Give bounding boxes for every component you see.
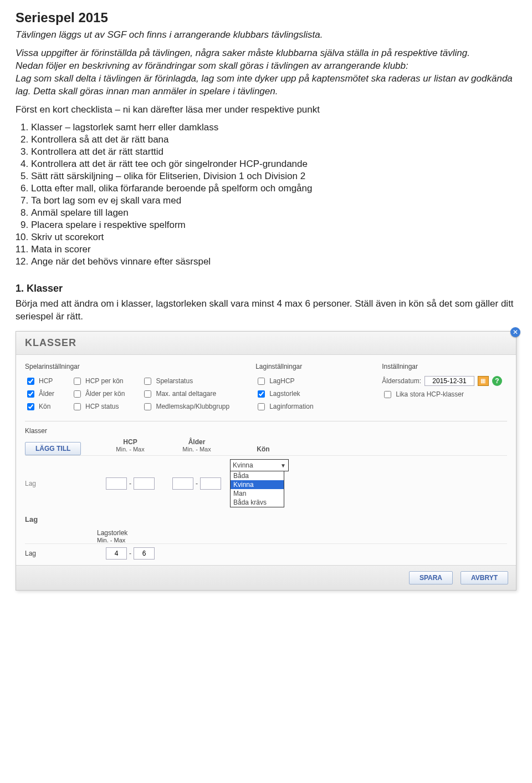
cb-kon[interactable]: Kön [25,401,58,412]
kon-option-bada-kravs[interactable]: Båda krävs [231,498,284,507]
checklist-item: Placera spelare i respektive spelform [31,220,516,231]
cb-laginfo-label: Laginformation [269,403,313,410]
cancel-button[interactable]: AVBRYT [461,571,508,584]
cb-hcp-per-kon-label: HCP per kön [85,377,123,385]
kon-select[interactable]: Kvinna ▼ [230,459,289,471]
lag-title: Laginställningar [255,363,360,370]
cb-hcp-per-kon[interactable]: HCP per kön [71,376,129,387]
size-row: Lag - [25,543,507,563]
section-1-body: Börja med att ändra om i klasser, lagsto… [16,298,516,323]
kon-option-man[interactable]: Man [231,489,284,498]
intro-p2a: Vissa uppgifter är förinställda på tävli… [16,48,470,58]
chevron-down-icon: ▼ [280,462,286,469]
checklist-item: Lotta efter mall, olika förfarande beroe… [31,183,516,194]
checklist-item: Mata in scorer [31,244,516,255]
hdr-kon: Kön [230,445,296,455]
dialog-title: KLASSER [16,332,516,355]
kon-option-kvinna[interactable]: Kvinna [231,480,284,489]
checklist-item: Skriv ut scorekort [31,232,516,243]
intro-p2: Vissa uppgifter är förinställda på tävli… [16,47,516,98]
row-label: Lag [25,480,97,487]
checklist-item: Kontrollera så att det är rätt bana [31,134,516,145]
table-row: Lag - - Kvinna ▼ Båda Kvinna Man Båda kr… [25,455,507,511]
row2-label: Lag [25,511,507,526]
section-1-title: 1. Klasser [16,283,516,294]
intro-p1: Tävlingen läggs ut av SGF och finns i ar… [16,29,516,42]
close-icon[interactable]: ✕ [510,327,520,337]
hdr-lagstorlek: LagstorlekMin. - Max [97,529,163,543]
cb-spelarstatus-label: Spelarstatus [156,377,193,385]
cb-alder-per-kon[interactable]: Ålder per kön [71,389,129,399]
kon-dropdown: Båda Kvinna Man Båda krävs [230,471,284,507]
hcp-min-input[interactable] [106,477,127,490]
add-button[interactable]: LÄGG TILL [25,442,81,455]
checklist-intro: Först en kort checklista – ni kan däreft… [16,104,516,116]
cb-laghcp[interactable]: LagHCP [255,376,360,387]
calendar-icon[interactable]: ▦ [478,376,489,386]
cb-hcp-status[interactable]: HCP status [71,401,129,412]
intro-p2b: Nedan följer en beskrivning av förändrin… [16,60,408,71]
alderdatum-label: Åldersdatum: [382,377,421,385]
cb-hcp[interactable]: HCP [25,376,58,387]
cb-hcp-label: HCP [39,377,53,385]
cb-lagstorlek[interactable]: Lagstorlek [255,389,360,399]
cb-max-deltagare-label: Max. antal deltagare [156,390,216,398]
hcp-max-input[interactable] [134,477,155,490]
cb-alder-per-kon-label: Ålder per kön [85,390,125,398]
alder-max-input[interactable] [200,477,221,490]
save-button[interactable]: SPARA [409,571,453,584]
alder-min-input[interactable] [172,477,193,490]
lagstorlek-max-input[interactable] [134,547,155,560]
cb-spelarstatus[interactable]: Spelarstatus [142,376,233,387]
doc-title: Seriespel 2015 [16,10,516,26]
checklist-item: Ange när det behövs vinnare efter säsrsp… [31,256,516,267]
cb-medlemskap[interactable]: Medlemskap/Klubbgrupp [142,401,233,412]
checklist-item: Klasser – lagstorlek samt herr eller dam… [31,122,516,133]
inst-title: Inställningar [382,363,507,370]
checklist-item: Kontrollera att det är rätt starttid [31,146,516,157]
checklist-item: Sätt rätt särskiljning – olika för Elits… [31,171,516,182]
intro-p2c: Lag som skall delta i tävlingen är förin… [16,73,513,96]
checklist: Klasser – lagstorlek samt herr eller dam… [31,122,516,267]
cb-lika-hcp-label: Lika stora HCP-klasser [396,390,464,398]
checklist-item: Ta bort lag som ev ej skall vara med [31,195,516,206]
alderdatum-input[interactable] [424,376,474,386]
hdr-hcp: HCPMin. - Max [97,438,163,456]
kon-option-bada[interactable]: Båda [231,471,284,480]
cb-kon-label: Kön [39,403,50,410]
cb-alder[interactable]: Ålder [25,389,58,399]
cb-lagstorlek-label: Lagstorlek [269,390,300,398]
cb-hcp-status-label: HCP status [85,403,119,410]
cb-laghcp-label: LagHCP [269,377,294,385]
cb-max-deltagare[interactable]: Max. antal deltagare [142,389,233,399]
help-icon[interactable]: ? [492,376,502,386]
spelar-title: Spelarinställningar [25,363,233,370]
cb-medlemskap-label: Medlemskap/Klubbgrupp [156,403,229,410]
cb-laginfo[interactable]: Laginformation [255,401,360,412]
lagstorlek-min-input[interactable] [106,547,127,560]
cb-alder-label: Ålder [39,390,54,398]
size-row-label: Lag [25,550,97,557]
klasser-subtitle: Klasser [25,427,507,435]
klasser-dialog: ✕ KLASSER Spelarinställningar HCP HCP pe… [16,331,516,591]
checklist-item: Kontrollera att det är rätt tee och gör … [31,159,516,170]
kon-select-value: Kvinna [233,461,253,469]
checklist-item: Anmäl spelare till lagen [31,207,516,218]
cb-lika-hcp[interactable]: Lika stora HCP-klasser [382,389,507,400]
hdr-alder: ÅlderMin. - Max [163,438,230,456]
